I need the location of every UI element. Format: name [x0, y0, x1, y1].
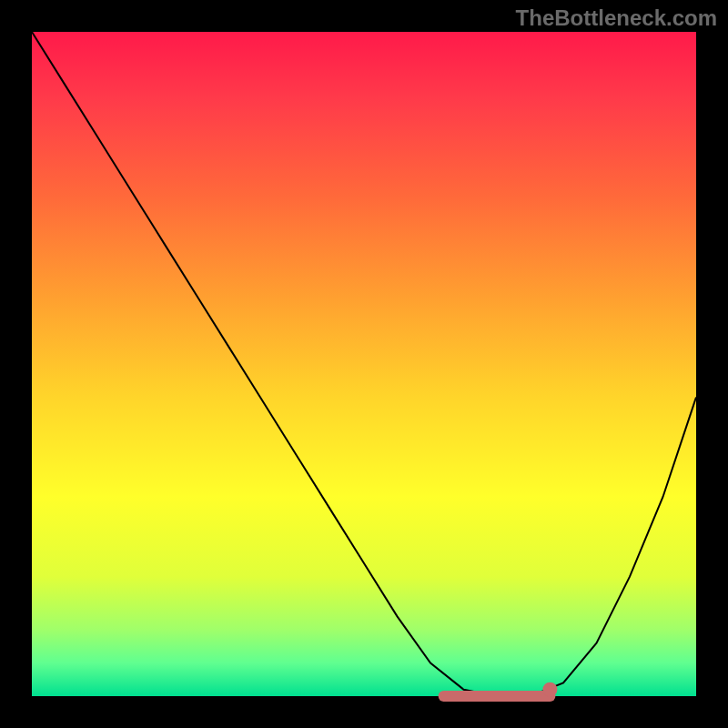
chart-svg — [32, 32, 696, 696]
chart-container: TheBottleneck.com — [0, 0, 728, 728]
bottleneck-curve — [32, 32, 696, 696]
optimal-point-marker — [542, 682, 557, 697]
watermark-text: TheBottleneck.com — [516, 5, 717, 31]
